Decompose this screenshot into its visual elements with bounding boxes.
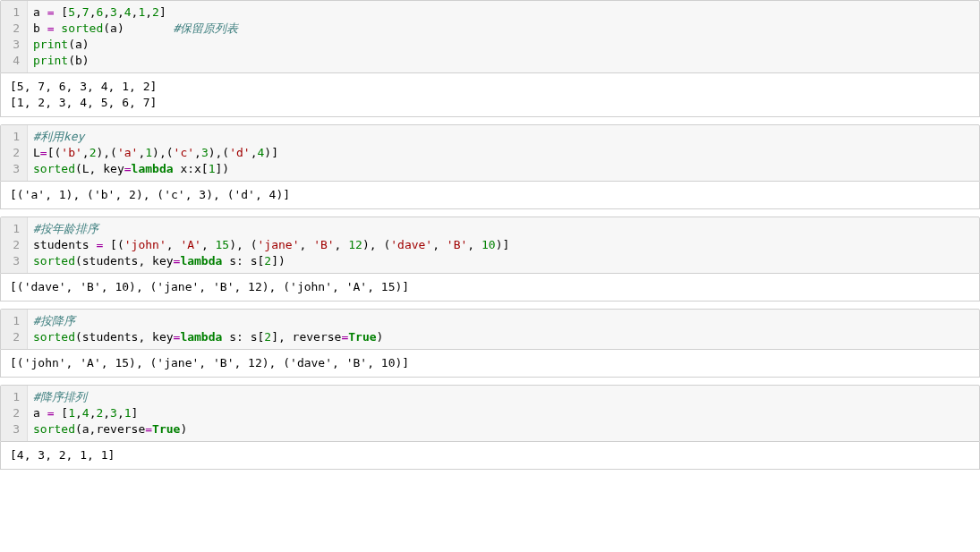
code-line[interactable]: students = [('john', 'A', 15), ('jane', …	[33, 237, 974, 253]
code-token: sorted	[33, 422, 75, 436]
line-number: 1	[1, 221, 27, 237]
code-token: 'd'	[229, 146, 250, 159]
code-token: a	[33, 5, 47, 19]
code-token: s: s[	[222, 330, 264, 344]
code-line[interactable]: print(a)	[33, 37, 974, 53]
code-line[interactable]: #利用key	[33, 129, 974, 145]
code-token: 'c'	[174, 146, 194, 159]
line-number: 3	[1, 253, 27, 269]
code-token: =	[145, 422, 152, 436]
code-token: 2	[152, 5, 159, 19]
code-line[interactable]: print(b)	[33, 53, 974, 69]
output-cell: [('john', 'A', 15), ('jane', 'B', 12), (…	[0, 350, 980, 378]
code-token: =	[124, 162, 132, 175]
code-area[interactable]: #按年龄排序students = [('john', 'A', 15), ('j…	[28, 217, 979, 273]
output-cell: [5, 7, 6, 3, 4, 1, 2] [1, 2, 3, 4, 5, 6,…	[0, 73, 980, 117]
code-token: #保留原列表	[174, 21, 239, 35]
code-line[interactable]: #按年龄排序	[33, 221, 974, 237]
code-token: 2	[264, 254, 271, 268]
code-line[interactable]: #降序排列	[33, 389, 974, 405]
line-number: 2	[1, 145, 27, 161]
code-token: s: s[	[222, 254, 264, 268]
line-number: 1	[1, 389, 27, 405]
code-cell[interactable]: 123#利用keyL=[('b',2),('a',1),('c',3),('d'…	[0, 124, 980, 182]
code-area[interactable]: #降序排列a = [1,4,2,3,1]sorted(a,reverse=Tru…	[28, 386, 979, 441]
code-token: students	[33, 238, 96, 251]
code-token: ,	[299, 238, 313, 251]
code-line[interactable]: a = [1,4,2,3,1]	[33, 405, 974, 421]
code-token: ,	[166, 238, 181, 251]
code-line[interactable]: #按降序	[33, 313, 974, 329]
line-number: 2	[1, 21, 27, 37]
code-token: lambda	[132, 162, 174, 175]
code-token: )]	[264, 146, 278, 159]
code-token: 3	[201, 146, 209, 159]
code-area[interactable]: a = [5,7,6,3,4,1,2]b = sorted(a) #保留原列表p…	[28, 1, 979, 72]
output-cell: [4, 3, 2, 1, 1]	[0, 442, 980, 470]
line-number: 3	[1, 421, 27, 437]
line-number-gutter: 123	[1, 217, 28, 273]
line-number: 3	[1, 161, 27, 177]
code-token: #利用key	[33, 130, 84, 143]
code-token: ),(	[96, 146, 116, 159]
code-area[interactable]: #按降序sorted(students, key=lambda s: s[2],…	[28, 310, 979, 349]
code-token: 'B'	[447, 238, 467, 251]
code-line[interactable]: a = [5,7,6,3,4,1,2]	[33, 4, 974, 21]
code-token: (b)	[68, 54, 89, 67]
line-number: 3	[1, 37, 27, 53]
code-line[interactable]: sorted(students, key=lambda s: s[2], rev…	[33, 329, 974, 345]
code-token: [(	[47, 146, 62, 159]
code-cell[interactable]: 123#按年龄排序students = [('john', 'A', 15), …	[0, 217, 980, 274]
output-cell: [('a', 1), ('b', 2), ('c', 3), ('d', 4)]	[0, 182, 980, 209]
code-token: 3	[110, 5, 117, 19]
code-token: ,	[117, 406, 124, 420]
code-line[interactable]: sorted(a,reverse=True)	[33, 421, 974, 437]
code-token: print	[33, 38, 68, 51]
code-cell[interactable]: 1234a = [5,7,6,3,4,1,2]b = sorted(a) #保留…	[0, 0, 980, 73]
code-token: )]	[496, 238, 510, 251]
code-token: 15	[216, 238, 230, 251]
code-token: 'b'	[61, 146, 81, 159]
notebook-container: 1234a = [5,7,6,3,4,1,2]b = sorted(a) #保留…	[0, 0, 980, 470]
code-token: [(	[103, 238, 124, 251]
code-line[interactable]: b = sorted(a) #保留原列表	[33, 21, 974, 37]
code-token: ])	[271, 254, 285, 268]
code-token: 1	[68, 406, 75, 420]
code-area[interactable]: #利用keyL=[('b',2),('a',1),('c',3),('d',4)…	[28, 125, 979, 181]
code-token: ])	[216, 162, 230, 175]
code-token: sorted	[33, 162, 75, 175]
code-token: ,	[82, 146, 89, 159]
code-cell[interactable]: 12#按降序sorted(students, key=lambda s: s[2…	[0, 309, 980, 350]
code-token: ,	[103, 5, 110, 19]
code-token: L	[33, 146, 40, 159]
code-token: b	[33, 21, 47, 35]
code-token: ), (	[229, 238, 257, 251]
code-token: lambda	[180, 254, 222, 268]
code-token: 4	[124, 5, 132, 19]
code-token: ,	[75, 5, 82, 19]
code-token: 'jane'	[258, 238, 300, 251]
code-token: ,	[75, 406, 82, 420]
code-line[interactable]: sorted(students, key=lambda s: s[2])	[33, 253, 974, 269]
code-token: (a,reverse	[75, 422, 145, 436]
code-token: 1	[209, 162, 216, 175]
line-number: 1	[1, 313, 27, 329]
code-token: ]	[159, 5, 166, 19]
code-token: 3	[110, 406, 117, 420]
code-token: sorted	[33, 254, 75, 268]
code-token: x:x[	[174, 162, 209, 175]
code-token: 10	[481, 238, 496, 251]
line-number-gutter: 123	[1, 125, 28, 181]
code-cell[interactable]: 123#降序排列a = [1,4,2,3,1]sorted(a,reverse=…	[0, 385, 980, 442]
line-number: 1	[1, 4, 27, 21]
code-token: 7	[82, 5, 89, 19]
cell-group: 12#按降序sorted(students, key=lambda s: s[2…	[0, 309, 980, 378]
code-token: 'B'	[313, 238, 334, 251]
code-line[interactable]: sorted(L, key=lambda x:x[1])	[33, 161, 974, 177]
code-token: #降序排列	[33, 390, 87, 403]
code-token: ), (	[362, 238, 390, 251]
code-token: 1	[145, 146, 152, 159]
code-line[interactable]: L=[('b',2),('a',1),('c',3),('d',4)]	[33, 145, 974, 161]
line-number: 2	[1, 329, 27, 345]
code-token: ),(	[152, 146, 173, 159]
